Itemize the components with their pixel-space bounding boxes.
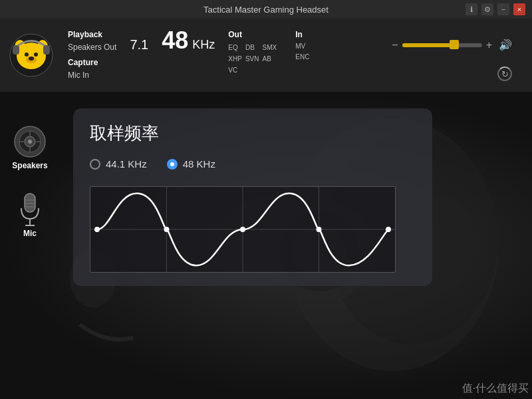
svg-point-38	[386, 227, 391, 232]
svg-point-34	[94, 227, 100, 232]
title-bar: Tactical Master Gaming Headset ℹ ⚙ − ×	[0, 0, 532, 19]
tag-ab: AB	[263, 54, 277, 65]
refresh-icon[interactable]: ↻	[497, 66, 512, 81]
tag-vc: VC	[228, 65, 243, 76]
radio-row: 44.1 KHz 48 KHz	[90, 158, 416, 170]
radio-option-48[interactable]: 48 KHz	[167, 158, 215, 170]
radio-label-441: 44.1 KHz	[106, 158, 147, 170]
volume-icon: 🔊	[499, 39, 512, 51]
logo	[8, 32, 55, 78]
in-col: In MV ENC	[295, 29, 309, 63]
tag-eq: EQ	[228, 43, 243, 53]
volume-slider-fill	[402, 43, 454, 47]
svg-rect-24	[25, 194, 35, 212]
out-col: Out EQ DB SMX XHP SVN AB VC	[228, 29, 277, 76]
volume-minus-button[interactable]: −	[392, 39, 398, 51]
settings-icon[interactable]: ⚙	[481, 3, 493, 15]
sample-rate-col: 48 KHz	[162, 29, 215, 55]
tag-xhp: XHP	[228, 54, 243, 65]
tag-enc: ENC	[295, 52, 309, 63]
sidebar: Speakers Mic	[0, 92, 60, 399]
header-info: Playback Speakers Out Capture Mic In 7.1…	[68, 29, 309, 82]
volume-plus-button[interactable]: +	[486, 39, 492, 51]
playback-capture-col: Playback Speakers Out Capture Mic In	[68, 29, 116, 82]
title-bar-title: Tactical Master Gaming Headset	[203, 5, 329, 15]
out-tags: EQ DB SMX XHP SVN AB VC	[228, 43, 277, 76]
sample-rate-number: 48	[162, 29, 188, 53]
main-panel: 取样频率 44.1 KHz 48 KHz	[60, 98, 532, 399]
tag-smx: SMX	[263, 43, 277, 53]
out-label: Out	[228, 29, 277, 41]
sine-wave-container	[90, 186, 396, 273]
speakers-out-label: Speakers Out	[68, 41, 116, 54]
title-bar-icons: ℹ ⚙ − ×	[466, 3, 525, 15]
sample-rate-unit: KHz	[192, 35, 215, 55]
tag-svn: SVN	[245, 54, 260, 65]
radio-circle-441	[90, 159, 100, 170]
svg-point-36	[240, 227, 245, 232]
content-title: 取样频率	[90, 122, 416, 145]
svg-point-7	[29, 57, 34, 61]
info-icon[interactable]: ℹ	[466, 3, 477, 15]
watermark: 值·什么值得买	[462, 382, 529, 396]
svg-point-19	[28, 140, 32, 144]
content-box: 取样频率 44.1 KHz 48 KHz	[73, 108, 432, 286]
radio-label-48: 48 KHz	[183, 158, 215, 170]
speakers-icon	[13, 125, 47, 158]
sample-rate-row: 48 KHz	[162, 29, 215, 55]
channels-value: 7.1	[130, 34, 148, 55]
svg-rect-9	[43, 45, 50, 55]
in-label: In	[295, 29, 309, 41]
sidebar-item-mic[interactable]: Mic	[13, 193, 47, 238]
minimize-icon[interactable]: −	[497, 3, 509, 15]
mic-label: Mic	[23, 229, 37, 238]
channels-col: 7.1	[130, 29, 148, 55]
svg-point-5	[34, 53, 38, 57]
volume-control: − + 🔊	[392, 39, 512, 51]
svg-rect-8	[13, 45, 19, 55]
mic-icon	[13, 193, 47, 226]
main-header: Playback Speakers Out Capture Mic In 7.1…	[0, 19, 532, 92]
mic-in-label: Mic In	[68, 69, 116, 82]
close-icon[interactable]: ×	[513, 3, 525, 15]
playback-label: Playback	[68, 29, 116, 41]
content-area: Speakers Mic	[0, 92, 532, 399]
volume-slider-thumb[interactable]	[450, 40, 459, 49]
speakers-label: Speakers	[12, 161, 47, 170]
radio-option-441[interactable]: 44.1 KHz	[90, 158, 147, 170]
volume-slider-track[interactable]	[402, 43, 482, 47]
svg-point-35	[164, 227, 170, 232]
radio-circle-48	[167, 159, 178, 170]
svg-point-4	[25, 53, 29, 57]
sidebar-item-speakers[interactable]: Speakers	[12, 125, 47, 170]
tag-mv: MV	[295, 41, 309, 52]
tag-db: DB	[245, 43, 260, 53]
svg-point-37	[317, 227, 322, 232]
capture-label: Capture	[68, 57, 116, 69]
